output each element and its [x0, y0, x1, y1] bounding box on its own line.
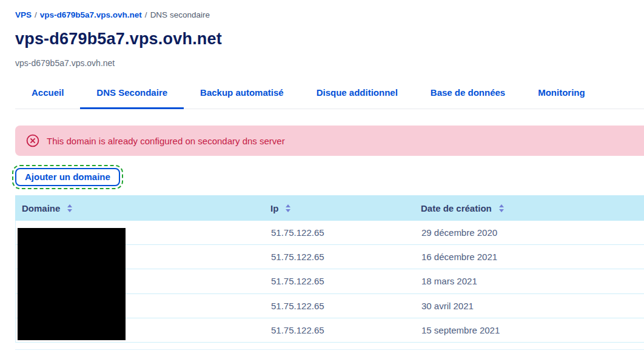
- error-banner: This domain is already configured on sec…: [15, 126, 644, 156]
- error-circle-x-icon: [26, 134, 39, 147]
- table-footer-divider: [15, 349, 644, 350]
- breadcrumb: VPS/vps-d679b5a7.vps.ovh.net/DNS seconda…: [0, 0, 644, 19]
- add-domain-button-highlight: Ajouter un domaine: [15, 168, 120, 186]
- cell-ip: 51.75.122.65: [271, 301, 421, 311]
- add-domain-button[interactable]: Ajouter un domaine: [15, 168, 120, 186]
- cell-date: 30 avril 2021: [421, 301, 644, 311]
- cell-date: 15 septembre 2021: [421, 325, 644, 335]
- column-header-label: Date de création: [421, 203, 492, 213]
- cell-ip: 51.75.122.65: [271, 252, 421, 262]
- tab-backup-automatise[interactable]: Backup automatisé: [184, 87, 300, 109]
- domain-redaction-box: [18, 228, 126, 340]
- tab-monitoring[interactable]: Monitoring: [522, 87, 601, 109]
- sort-icon[interactable]: [286, 204, 290, 212]
- column-header-domaine[interactable]: Domaine: [15, 203, 270, 213]
- cell-date: 29 décembre 2020: [421, 227, 644, 238]
- cell-date: 16 décembre 2021: [421, 252, 644, 262]
- breadcrumb-link-server[interactable]: vps-d679b5a7.vps.ovh.net: [40, 10, 142, 19]
- secondary-dns-table: Domaine Ip Date de création 51.75.122.65…: [15, 195, 644, 343]
- vps-dns-secondary-page: VPS/vps-d679b5a7.vps.ovh.net/DNS seconda…: [0, 0, 644, 362]
- tab-base-de-donnees[interactable]: Base de données: [414, 87, 522, 109]
- breadcrumb-separator: /: [35, 10, 37, 19]
- column-header-ip[interactable]: Ip: [270, 203, 421, 213]
- tab-dns-secondaire[interactable]: DNS Secondaire: [80, 87, 184, 109]
- cell-ip: 51.75.122.65: [271, 276, 421, 286]
- tab-bar: Accueil DNS Secondaire Backup automatisé…: [15, 87, 644, 109]
- breadcrumb-current: DNS secondaire: [150, 10, 210, 19]
- column-header-label: Ip: [270, 203, 278, 213]
- sort-icon[interactable]: [499, 204, 504, 212]
- table-header-row: Domaine Ip Date de création: [15, 195, 644, 221]
- page-title: vps-d679b5a7.vps.ovh.net: [15, 30, 644, 49]
- cell-ip: 51.75.122.65: [271, 325, 421, 335]
- breadcrumb-link-vps[interactable]: VPS: [15, 10, 32, 19]
- sort-icon[interactable]: [67, 204, 72, 212]
- cell-ip: 51.75.122.65: [271, 227, 421, 238]
- column-header-label: Domaine: [22, 203, 60, 213]
- cell-date: 18 mars 2021: [421, 276, 644, 286]
- column-header-date-creation[interactable]: Date de création: [421, 203, 644, 213]
- tab-accueil[interactable]: Accueil: [15, 87, 80, 109]
- breadcrumb-separator: /: [145, 10, 147, 19]
- tab-disque-additionnel[interactable]: Disque additionnel: [300, 87, 414, 109]
- page-subtitle: vps-d679b5a7.vps.ovh.net: [15, 58, 644, 68]
- error-banner-message: This domain is already configured on sec…: [47, 136, 285, 146]
